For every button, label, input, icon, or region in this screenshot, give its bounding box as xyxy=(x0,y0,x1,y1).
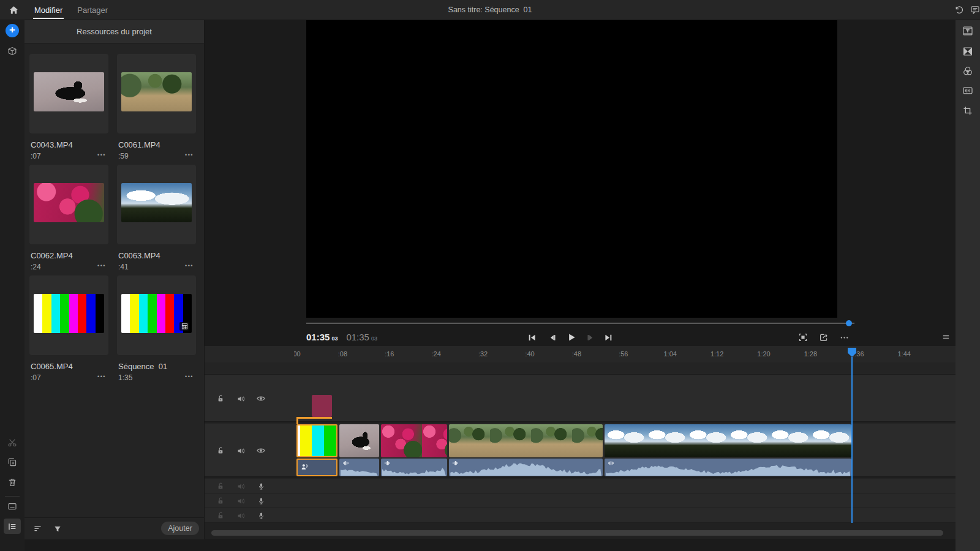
timeline-scrollbar[interactable] xyxy=(211,530,943,536)
current-frames: 03 xyxy=(331,335,337,342)
filter-icon[interactable] xyxy=(53,524,62,533)
seek-handle[interactable] xyxy=(846,320,852,326)
ruler-label: :08 xyxy=(338,350,347,358)
more-icon[interactable] xyxy=(839,332,849,342)
clip-clouds-video[interactable] xyxy=(605,424,851,457)
asset-thumbnail-flowers xyxy=(34,183,104,222)
asset-card[interactable] xyxy=(117,276,196,355)
playhead-handle[interactable] xyxy=(847,347,857,358)
track-v2-eye-icon[interactable] xyxy=(256,446,266,455)
skip-end-button[interactable] xyxy=(603,332,613,342)
asset-more-button[interactable]: ••• xyxy=(90,373,106,380)
clip-flowers-audio[interactable] xyxy=(381,459,447,476)
asset-duration: :41 xyxy=(118,263,129,271)
asset-duration: :07 xyxy=(31,373,41,382)
asset-name: C0061.MP4 xyxy=(118,140,195,149)
asset-name: C0065.MP4 xyxy=(31,362,107,371)
asset-thumbnail-clouds xyxy=(121,183,192,222)
undo-icon[interactable] xyxy=(954,5,964,15)
clip-clouds-audio[interactable] xyxy=(605,459,851,476)
track-a3-speaker-icon[interactable] xyxy=(236,511,246,520)
export-icon[interactable] xyxy=(819,332,829,342)
clip-cat-audio[interactable] xyxy=(339,459,379,476)
skip-start-button[interactable] xyxy=(527,332,537,342)
track-a2-lock-open-icon[interactable] xyxy=(216,496,225,506)
asset-card[interactable] xyxy=(117,54,196,133)
clip-garden-audio[interactable] xyxy=(449,459,603,476)
duplicate-icon[interactable] xyxy=(7,457,17,467)
asset-card[interactable] xyxy=(117,165,196,244)
seek-bar[interactable] xyxy=(306,323,854,324)
asset-name: C0062.MP4 xyxy=(31,251,107,260)
play-button[interactable] xyxy=(567,332,576,342)
audio-icon[interactable] xyxy=(962,85,973,96)
audio-waveform xyxy=(606,463,850,476)
assets-panel-header: Ressources du projet xyxy=(24,20,204,43)
asset-name: C0043.MP4 xyxy=(31,140,107,149)
ruler-label: :16 xyxy=(385,350,394,358)
captions-icon[interactable] xyxy=(7,501,17,511)
clip-garden-video[interactable] xyxy=(449,424,603,457)
track-list-icon[interactable] xyxy=(7,522,17,531)
track-a1-lock-open-icon[interactable] xyxy=(216,481,225,491)
step-back-button[interactable] xyxy=(547,332,557,342)
timeline-options-icon[interactable] xyxy=(941,332,951,342)
add-button[interactable]: Ajouter xyxy=(161,522,199,535)
split-icon[interactable] xyxy=(7,438,17,448)
audio-waveform xyxy=(450,463,601,476)
track-v2-lock-open-icon[interactable] xyxy=(216,446,225,455)
assets-panel-title: Ressources du projet xyxy=(77,27,152,36)
asset-thumbnail-colorbars xyxy=(121,294,192,333)
clip-title[interactable] xyxy=(312,395,332,417)
ruler-label: 1:12 xyxy=(710,350,723,358)
track-a2-speaker-icon[interactable] xyxy=(236,496,246,506)
track-a3-lock-open-icon[interactable] xyxy=(216,511,225,520)
media-browser-icon[interactable] xyxy=(7,46,17,56)
ruler-label: :56 xyxy=(619,350,628,358)
ruler-label: 1:04 xyxy=(663,350,676,358)
track-a1-mic-icon[interactable] xyxy=(256,481,266,491)
wave-badge-icon xyxy=(384,460,391,467)
crop-icon[interactable] xyxy=(962,105,973,116)
asset-duration: 1:35 xyxy=(118,373,132,382)
track-v1-eye-icon[interactable] xyxy=(256,394,266,403)
timeline-content[interactable]: :00:08:16:24:32:40:48:561:041:121:201:28… xyxy=(294,346,956,523)
delete-icon[interactable] xyxy=(7,478,17,487)
asset-card[interactable] xyxy=(29,165,108,244)
sequence-badge-icon xyxy=(179,322,189,331)
fullscreen-icon[interactable] xyxy=(798,332,808,342)
audio-waveform xyxy=(382,463,446,476)
asset-more-button[interactable]: ••• xyxy=(178,373,194,380)
clip-colorbars-audio[interactable] xyxy=(296,459,337,476)
current-timecode: 01:35 xyxy=(306,332,330,342)
asset-more-button[interactable]: ••• xyxy=(178,152,194,158)
add-media-icon[interactable]: + xyxy=(6,24,19,37)
track-a2-mic-icon[interactable] xyxy=(256,496,266,506)
playhead-line xyxy=(851,357,853,523)
asset-thumbnail-colorbars xyxy=(34,294,104,333)
video-preview xyxy=(306,20,837,318)
clip-cat-video[interactable] xyxy=(339,424,379,457)
asset-card[interactable] xyxy=(29,276,108,355)
sort-icon[interactable] xyxy=(33,524,42,533)
asset-card[interactable] xyxy=(29,54,108,133)
asset-more-button[interactable]: ••• xyxy=(90,152,106,158)
asset-duration: :07 xyxy=(31,152,41,160)
track-v1-lock-open-icon[interactable] xyxy=(216,394,225,403)
track-a1-speaker-icon[interactable] xyxy=(236,481,246,491)
clip-flowers-video[interactable] xyxy=(381,424,447,457)
titles-icon[interactable] xyxy=(962,25,973,36)
clip-colorbars-video[interactable] xyxy=(296,424,337,457)
transitions-icon[interactable] xyxy=(962,46,973,57)
feedback-icon[interactable] xyxy=(970,5,980,15)
asset-name: Séquence 01 xyxy=(118,362,195,371)
track-v1-speaker-icon[interactable] xyxy=(236,394,246,403)
asset-more-button[interactable]: ••• xyxy=(90,263,106,269)
ruler-label: 1:20 xyxy=(757,350,770,358)
track-a3-mic-icon[interactable] xyxy=(256,511,266,520)
asset-more-button[interactable]: ••• xyxy=(178,263,194,269)
asset-thumbnail-cat xyxy=(34,72,104,111)
track-v2-speaker-icon[interactable] xyxy=(236,446,246,455)
total-frames: 03 xyxy=(371,335,377,342)
color-icon[interactable] xyxy=(962,66,973,77)
